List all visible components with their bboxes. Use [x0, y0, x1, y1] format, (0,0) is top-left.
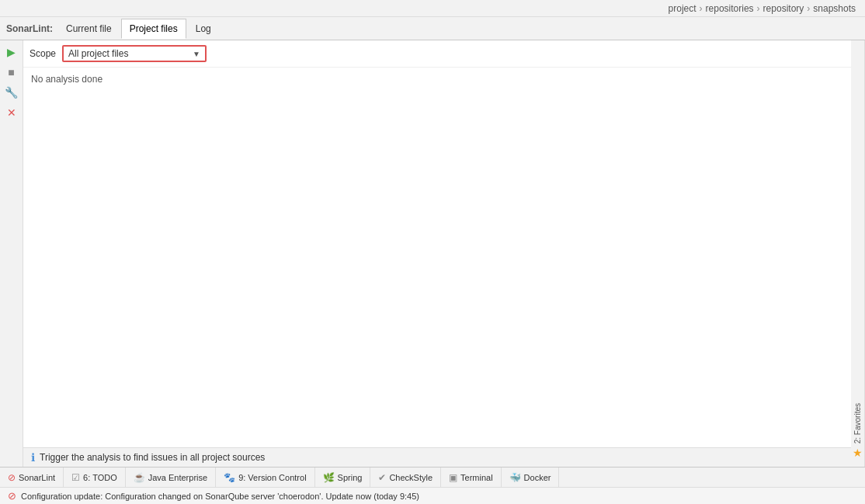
no-analysis-text: No analysis done [23, 68, 851, 91]
docker-icon: 🐳 [509, 472, 521, 483]
todo-icon: ☑ [71, 472, 80, 483]
bottom-tab-checkstyle[interactable]: ✔ CheckStyle [370, 468, 441, 487]
breadcrumb-bar: project › repositories › repository › sn… [0, 0, 865, 17]
bottom-tab-docker-label: Docker [524, 473, 551, 482]
favorites-star-icon: ★ [853, 447, 863, 459]
chevron-down-icon: ▼ [188, 48, 205, 60]
stop-icon: ■ [8, 66, 14, 78]
terminal-icon: ▣ [449, 472, 457, 483]
run-analysis-button[interactable]: ▶ [3, 43, 20, 61]
close-button[interactable]: ✕ [3, 104, 20, 121]
bottom-tab-todo[interactable]: ☑ 6: TODO [64, 468, 126, 487]
close-icon: ✕ [7, 106, 16, 119]
status-icon: ⊘ [8, 490, 16, 502]
version-icon: 🐾 [224, 472, 235, 483]
bottom-tab-spring[interactable]: 🌿 Spring [315, 468, 371, 487]
tab-current-file[interactable]: Current file [57, 19, 120, 39]
bottom-toolbar: ⊘ SonarLint ☑ 6: TODO ☕ Java Enterprise … [0, 467, 865, 487]
main-content-wrapper: Scope All project files Changed files ▼ … [23, 40, 865, 467]
bottom-tab-sonarlint[interactable]: ⊘ SonarLint [0, 468, 64, 487]
stop-button[interactable]: ■ [3, 64, 20, 81]
status-bar: ⊘ Configuration update: Configuration ch… [0, 487, 865, 504]
bottom-tab-checkstyle-label: CheckStyle [389, 473, 432, 482]
tab-project-files[interactable]: Project files [121, 19, 186, 39]
favorites-bar[interactable]: 2: Favorites ★ [851, 40, 865, 467]
wrench-icon: 🔧 [5, 86, 18, 99]
configure-button[interactable]: 🔧 [3, 84, 20, 101]
bottom-tab-terminal[interactable]: ▣ Terminal [441, 468, 502, 487]
breadcrumb-repositories: repositories [706, 3, 754, 14]
play-icon: ▶ [7, 46, 16, 58]
info-text: Trigger the analysis to find issues in a… [40, 452, 265, 463]
tab-log[interactable]: Log [187, 19, 220, 39]
breadcrumb-snapshots: snapshots [813, 3, 856, 14]
bottom-tab-terminal-label: Terminal [460, 473, 493, 482]
bottom-tab-sonarlint-label: SonarLint [19, 473, 55, 482]
bottom-tab-version-label: 9: Version Control [238, 473, 306, 482]
sep1: › [700, 3, 703, 14]
bottom-tab-java[interactable]: ☕ Java Enterprise [126, 468, 216, 487]
breadcrumb-project: project [669, 3, 697, 14]
content-panel: Scope All project files Changed files ▼ … [23, 40, 851, 467]
scope-row: Scope All project files Changed files ▼ [23, 40, 851, 68]
java-icon: ☕ [134, 472, 145, 483]
empty-space [23, 91, 851, 447]
scope-select[interactable]: All project files Changed files [64, 47, 188, 61]
sep2: › [757, 3, 760, 14]
status-message: Configuration update: Configuration chan… [21, 492, 419, 501]
tab-header: SonarLint: Current file Project files Lo… [0, 17, 865, 40]
bottom-tab-spring-label: Spring [338, 473, 363, 482]
bottom-tab-version-control[interactable]: 🐾 9: Version Control [216, 468, 314, 487]
bottom-tab-docker[interactable]: 🐳 Docker [502, 468, 560, 487]
bottom-tab-java-label: Java Enterprise [148, 473, 207, 482]
scope-select-wrapper[interactable]: All project files Changed files ▼ [62, 45, 207, 62]
scope-label: Scope [30, 48, 56, 59]
breadcrumb-repository: repository [763, 3, 804, 14]
sep3: › [807, 3, 810, 14]
favorites-label: 2: Favorites [853, 403, 862, 443]
spring-icon: 🌿 [323, 472, 335, 483]
info-icon: ℹ [31, 451, 35, 464]
info-bar: ℹ Trigger the analysis to find issues in… [23, 447, 851, 467]
sonarlint-label: SonarLint: [2, 23, 57, 34]
checkstyle-icon: ✔ [378, 472, 386, 483]
sidebar: ▶ ■ 🔧 ✕ [0, 40, 23, 467]
bottom-tab-todo-label: 6: TODO [83, 473, 117, 482]
main-area: ▶ ■ 🔧 ✕ Scope All project files Changed … [0, 40, 865, 467]
sonarlint-icon: ⊘ [8, 472, 16, 483]
